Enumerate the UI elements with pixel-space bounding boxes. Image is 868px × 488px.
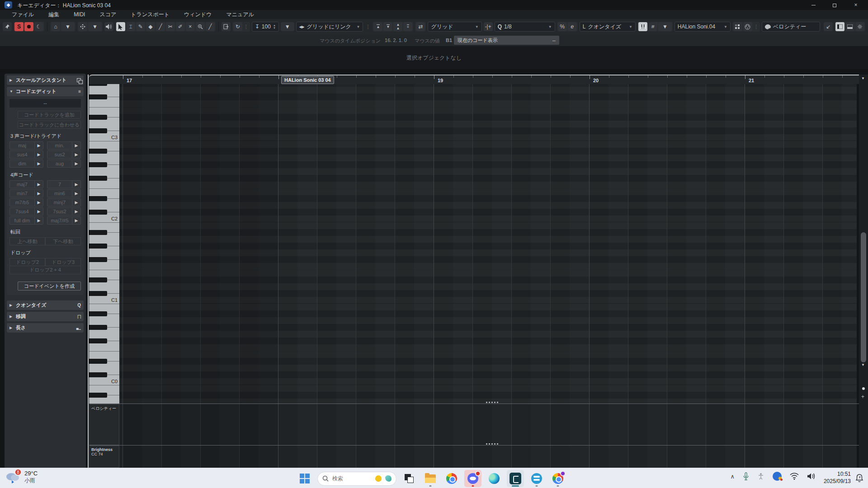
chord-button-sus2[interactable]: sus2▶ — [47, 150, 81, 159]
record-in-editor-button[interactable] — [24, 22, 33, 31]
match-chord-track-button[interactable]: コードトラックに合わせる — [18, 121, 81, 129]
acoustic-feedback-icon[interactable]: ☾ — [34, 22, 43, 31]
steinberg-app-button[interactable] — [528, 470, 545, 487]
piano-keyboard[interactable]: C3C2C1C0 — [89, 84, 119, 404]
zoom-handle-dot[interactable] — [862, 387, 865, 390]
chord-button-fulldim[interactable]: full dim▶ — [9, 216, 43, 225]
audition-speaker-icon[interactable] — [104, 22, 113, 31]
piano-key-black[interactable] — [89, 230, 107, 235]
chord-button-min7[interactable]: min7▶ — [9, 189, 43, 197]
play-arrow-icon[interactable]: ▶ — [34, 198, 43, 206]
scroll-down-arrow-icon[interactable]: ▼ — [861, 363, 865, 367]
grid-type-select[interactable]: グリッド ▼ — [428, 22, 481, 32]
play-arrow-icon[interactable]: ▶ — [34, 141, 43, 150]
show-left-zone-button[interactable] — [835, 22, 844, 31]
erase-tool-icon[interactable]: ◆ — [146, 22, 155, 31]
menu-score[interactable]: スコア — [92, 10, 123, 19]
menu-window[interactable]: ウィンドウ — [177, 10, 219, 19]
snap-relative-icon[interactable]: -|+ — [484, 22, 493, 31]
show-lower-zone-button[interactable] — [845, 22, 854, 31]
play-arrow-icon[interactable]: ▶ — [34, 150, 43, 159]
vertical-scrollbar[interactable]: ▼ ▼ + — [859, 75, 868, 468]
line-tool-icon[interactable]: ╱ — [206, 22, 215, 31]
menu-midi[interactable]: MIDI — [66, 10, 92, 19]
play-arrow-icon[interactable]: ▶ — [72, 160, 81, 168]
note-grid[interactable] — [119, 84, 857, 404]
microphone-icon[interactable] — [743, 472, 749, 480]
chord-button-minj7[interactable]: minj7▶ — [47, 198, 81, 206]
loop-feedback-icon[interactable]: ↻ — [233, 22, 242, 31]
scissors-tool-icon[interactable]: ✂ — [166, 22, 175, 31]
piano-key-black[interactable] — [89, 162, 107, 167]
piano-octave[interactable]: C3 — [89, 84, 119, 141]
chord-button-min[interactable]: min.▶ — [47, 141, 81, 150]
piano-key-black[interactable] — [89, 359, 107, 364]
panel-chord-edit[interactable]: ▼ コードエディット ≡ — [7, 87, 84, 96]
search-input[interactable] — [332, 475, 372, 482]
piano-key-black[interactable] — [89, 311, 107, 316]
menu-manual[interactable]: マニュアル — [219, 10, 261, 19]
piano-key-black[interactable] — [89, 149, 107, 154]
start-button[interactable] — [296, 470, 313, 487]
notification-bell-icon[interactable]: z — [855, 474, 863, 483]
setup-toolbar-icon[interactable] — [855, 22, 864, 31]
discord-button[interactable] — [464, 470, 481, 487]
nudge-start-right-icon[interactable]: ▼ — [383, 22, 392, 31]
piano-key-black[interactable] — [89, 257, 107, 262]
chord-button-7sus4[interactable]: 7sus4▶ — [9, 207, 43, 216]
accessibility-person-icon[interactable] — [757, 473, 764, 480]
display-dropdown[interactable]: ▼ — [658, 22, 672, 31]
zoom-tool-icon[interactable] — [196, 22, 205, 31]
quantize-preset-select[interactable]: Q 1/8 ▼ — [495, 22, 555, 32]
play-arrow-icon[interactable]: ▶ — [72, 180, 81, 188]
taskbar-search[interactable] — [317, 472, 396, 486]
iterative-quantize-icon[interactable]: % — [558, 22, 567, 31]
play-arrow-icon[interactable]: ▶ — [34, 216, 43, 225]
wifi-icon[interactable] — [790, 473, 799, 480]
play-arrow-icon[interactable]: ▶ — [34, 160, 43, 168]
play-arrow-icon[interactable]: ▶ — [72, 189, 81, 197]
close-button[interactable]: × — [848, 0, 863, 10]
cc74-lane[interactable] — [119, 446, 857, 468]
piano-octave[interactable]: C1 — [89, 222, 119, 304]
minimize-button[interactable] — [806, 0, 821, 10]
length-quantize-select[interactable]: L クオンタイズ ▼ — [580, 22, 636, 32]
chrome-button[interactable] — [443, 470, 460, 487]
play-arrow-icon[interactable]: ▶ — [34, 207, 43, 216]
panel-scale-assistant[interactable]: ▶ スケールアシスタント — [7, 75, 84, 85]
event-colors-select[interactable]: ベロシティー — [762, 22, 820, 32]
chord-button-aug[interactable]: aug▶ — [47, 160, 81, 168]
open-in-lower-zone-icon[interactable]: ↙ — [824, 22, 833, 31]
chord-button-sus4[interactable]: sus4▶ — [9, 150, 43, 159]
maximize-button[interactable] — [827, 0, 842, 10]
velocity-stepper[interactable]: ▲▼ — [273, 24, 276, 29]
nudge-end-icon[interactable]: ≡ — [403, 22, 412, 31]
trim-tool-icon[interactable]: ⌶ — [126, 22, 135, 31]
cc74-lane-label[interactable]: Brightness CC 74 — [89, 446, 119, 468]
lane-divider[interactable] — [89, 445, 859, 446]
drop3-button[interactable]: ドロップ3 — [45, 258, 81, 266]
play-arrow-icon[interactable]: ▶ — [72, 141, 81, 150]
move-up-button[interactable]: 上へ移動 — [9, 237, 45, 245]
piano-display-icon[interactable] — [638, 22, 647, 31]
select-tool[interactable] — [116, 22, 125, 31]
piano-key-black[interactable] — [89, 94, 107, 99]
cubase-button[interactable] — [507, 470, 524, 487]
tray-expand-chevron-icon[interactable]: ∧ — [730, 473, 735, 480]
piano-key-black[interactable] — [89, 393, 107, 398]
split-tool-icon[interactable]: ╱ — [156, 22, 165, 31]
lane-resize-handle[interactable] — [486, 402, 499, 403]
timeline-ruler[interactable]: 17192021 HALion Sonic 03 04 — [89, 75, 868, 84]
menu-edit[interactable]: 編集 — [41, 10, 66, 19]
panel-length[interactable]: ▶ 長さ ▄▁ — [7, 323, 84, 333]
edge-button[interactable] — [486, 470, 503, 487]
lane-divider[interactable] — [89, 404, 859, 404]
add-chord-track-button[interactable]: コードトラックを追加 — [18, 111, 81, 119]
pitch-visibility-icon[interactable]: ⌂ — [51, 22, 60, 31]
play-arrow-icon[interactable]: ▶ — [72, 216, 81, 225]
midi-input-icon[interactable] — [743, 22, 752, 31]
mute-tool-icon[interactable]: × — [186, 22, 195, 31]
piano-key-black[interactable] — [89, 176, 107, 181]
weather-widget[interactable]: 8 29°C 小雨 — [5, 470, 38, 484]
chord-button-7sus2[interactable]: 7sus2▶ — [47, 207, 81, 216]
